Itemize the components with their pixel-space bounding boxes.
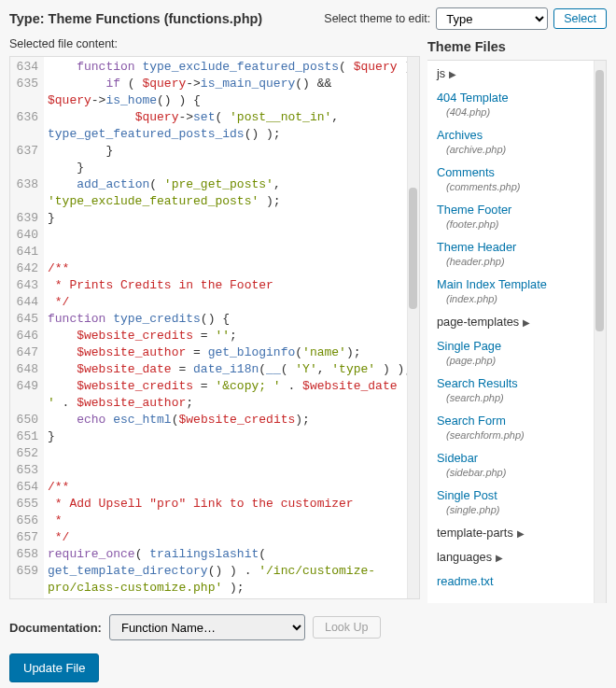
file-list-item[interactable]: languages▶: [427, 544, 606, 569]
selected-file-label: Selected file content:: [9, 37, 420, 50]
file-list-item[interactable]: Archives(archive.php): [427, 122, 606, 160]
file-list-item[interactable]: template-parts▶: [427, 520, 606, 544]
file-list-item[interactable]: readme.txt: [427, 569, 606, 593]
code-body[interactable]: function type_exclude_featured_posts( $q…: [44, 57, 419, 598]
page-title: Type: Theme Functions (functions.php): [9, 11, 262, 26]
theme-files-title: Theme Files: [427, 39, 607, 54]
file-list-item[interactable]: page-templates▶: [427, 309, 606, 333]
scrollbar-thumb[interactable]: [595, 70, 604, 331]
file-list-item[interactable]: Main Index Template(index.php): [427, 272, 606, 309]
file-list-item[interactable]: Theme Header(header.php): [427, 234, 606, 272]
file-list-item[interactable]: Single Page(page.php): [427, 333, 606, 371]
vertical-scrollbar[interactable]: [407, 57, 419, 598]
documentation-label: Documentation:: [9, 621, 102, 635]
file-list-item[interactable]: 404 Template(404.php): [427, 85, 606, 122]
theme-select[interactable]: Type: [436, 7, 548, 30]
code-editor[interactable]: 6346356366376386396406416426436446456466…: [9, 56, 420, 599]
theme-select-label: Select theme to edit:: [324, 12, 430, 25]
theme-file-list: js▶404 Template(404.php)Archives(archive…: [427, 60, 607, 603]
select-button[interactable]: Select: [553, 8, 607, 29]
scrollbar-thumb[interactable]: [409, 188, 417, 309]
file-list-item[interactable]: Comments(comments.php): [427, 160, 606, 197]
lookup-button[interactable]: Look Up: [313, 616, 381, 639]
file-list-item[interactable]: js▶: [427, 61, 606, 85]
file-list-item[interactable]: Single Post(single.php): [427, 483, 606, 520]
header-row: Type: Theme Functions (functions.php) Se…: [9, 6, 607, 37]
file-list-item[interactable]: Search Results(search.php): [427, 371, 606, 408]
file-list-item[interactable]: Theme Footer(footer.php): [427, 197, 606, 234]
line-gutter: 6346356366376386396406416426436446456466…: [10, 57, 44, 598]
update-file-button[interactable]: Update File: [9, 653, 99, 682]
file-list-item[interactable]: Sidebar(sidebar.php): [427, 445, 606, 483]
vertical-scrollbar[interactable]: [594, 61, 606, 603]
file-list-item[interactable]: Search Form(searchform.php): [427, 408, 606, 445]
documentation-select[interactable]: Function Name…: [109, 614, 305, 640]
